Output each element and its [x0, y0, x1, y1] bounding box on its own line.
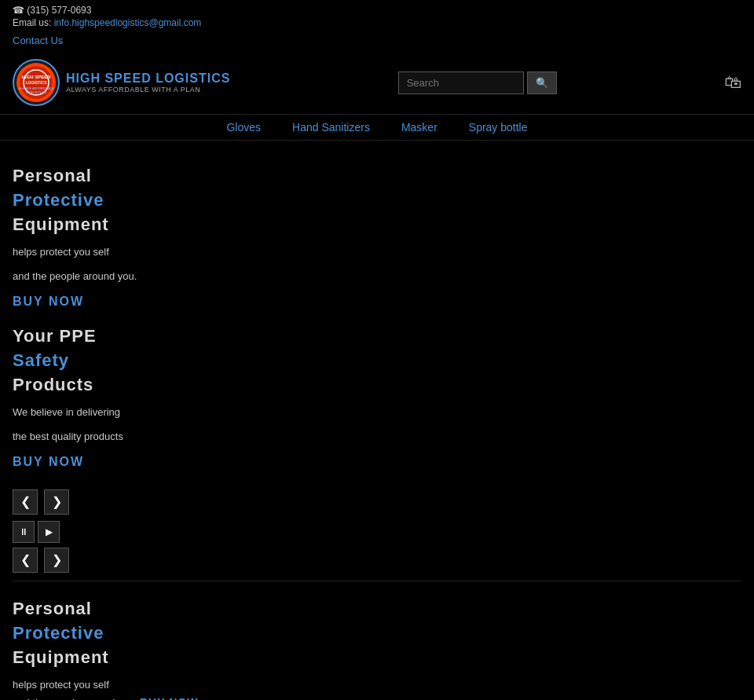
cart-bag-icon: 🛍: [724, 72, 741, 92]
nav-bar: Gloves Hand Sanitizers Masker Spray bott…: [0, 114, 754, 141]
nav-item-spray-bottle[interactable]: Spray bottle: [469, 121, 528, 134]
slide-nav-row: ❮ ❯: [13, 548, 741, 573]
logo-circle: HIGH SPEED LOGISTICS ALWAYS AFFORDABLE W…: [13, 59, 60, 106]
search-area: 🔍: [398, 71, 557, 94]
slide1r-desc1: helps protect you self: [13, 679, 109, 691]
prev-button-2[interactable]: ❮: [13, 548, 38, 573]
slide-1: Personal Protective Equipment helps prot…: [13, 156, 741, 317]
slide2-line3: Products: [13, 373, 741, 398]
svg-text:WITH A PLAN: WITH A PLAN: [26, 90, 46, 94]
slide1r-buy-now[interactable]: BUY NOW: [140, 696, 198, 700]
logo-subtitle: ALWAYS AFFORDABLE WITH A PLAN: [66, 86, 230, 93]
slide2-desc1: We believe in delivering: [13, 405, 741, 421]
cart-icon[interactable]: 🛍: [724, 72, 741, 93]
slide1-desc2: and the people around you.: [13, 269, 741, 285]
header: HIGH SPEED LOGISTICS ALWAYS AFFORDABLE W…: [0, 51, 754, 114]
search-button[interactable]: 🔍: [527, 71, 557, 94]
email-label: Email us:: [13, 17, 51, 28]
slide2-desc2: the best quality products: [13, 429, 741, 445]
logo-inner: HIGH SPEED LOGISTICS ALWAYS AFFORDABLE W…: [16, 63, 56, 102]
phone-number: (315) 577-0693: [27, 5, 91, 16]
next-button-2[interactable]: ❯: [44, 548, 69, 573]
top-bar: ☎ (315) 577-0693 Email us: info.highspee…: [0, 0, 754, 51]
email-link[interactable]: info.highspeedlogistics@gmail.com: [54, 17, 202, 28]
slide-2: Your PPE Safety Products We believe in d…: [13, 317, 741, 477]
logo-text: HIGH SPEED LOGISTICS ALWAYS AFFORDABLE W…: [66, 71, 230, 93]
logo-title: HIGH SPEED LOGISTICS: [66, 71, 230, 86]
nav-item-gloves[interactable]: Gloves: [226, 121, 261, 134]
nav-item-masker[interactable]: Masker: [401, 121, 437, 134]
pause-button[interactable]: ⏸: [13, 521, 35, 543]
slide1-line2: Protective: [13, 189, 741, 213]
slide1r-line2: Protective: [13, 621, 741, 646]
contact-us-link[interactable]: Contact Us: [13, 35, 741, 46]
slide1-line1: Personal: [13, 164, 741, 189]
play-button[interactable]: ▶: [38, 521, 60, 543]
slide1-buy-now[interactable]: BUY NOW: [13, 295, 84, 309]
search-input[interactable]: [398, 71, 524, 94]
slide1r-line3: Equipment: [13, 646, 741, 670]
divider: [13, 581, 741, 581]
slide1r-desc: helps protect you self and the people ar…: [13, 677, 741, 700]
slide2-line1: Your PPE: [13, 324, 741, 349]
slide1-line3: Equipment: [13, 213, 741, 237]
slide1r-line1: Personal: [13, 597, 741, 621]
phone-icon: ☎: [13, 5, 24, 16]
slide-controls: ❮ ❯: [13, 489, 741, 515]
slide2-buy-now[interactable]: BUY NOW: [13, 455, 84, 469]
nav-item-hand-sanitizers[interactable]: Hand Sanitizers: [292, 121, 370, 134]
slide1r-desc2: and the people around you.: [13, 697, 137, 700]
slide-1-repeat: Personal Protective Equipment helps prot…: [13, 589, 741, 700]
next-button[interactable]: ❯: [44, 489, 69, 515]
slide1-desc1: helps protect you self: [13, 244, 741, 261]
prev-button[interactable]: ❮: [13, 489, 38, 515]
slideshow: Personal Protective Equipment helps prot…: [0, 141, 754, 700]
svg-text:HIGH SPEED: HIGH SPEED: [21, 75, 51, 79]
pause-controls: ⏸ ▶: [13, 521, 741, 543]
svg-text:LOGISTICS: LOGISTICS: [26, 80, 48, 85]
slide2-line2: Safety: [13, 349, 741, 373]
logo-area: HIGH SPEED LOGISTICS ALWAYS AFFORDABLE W…: [13, 59, 230, 106]
